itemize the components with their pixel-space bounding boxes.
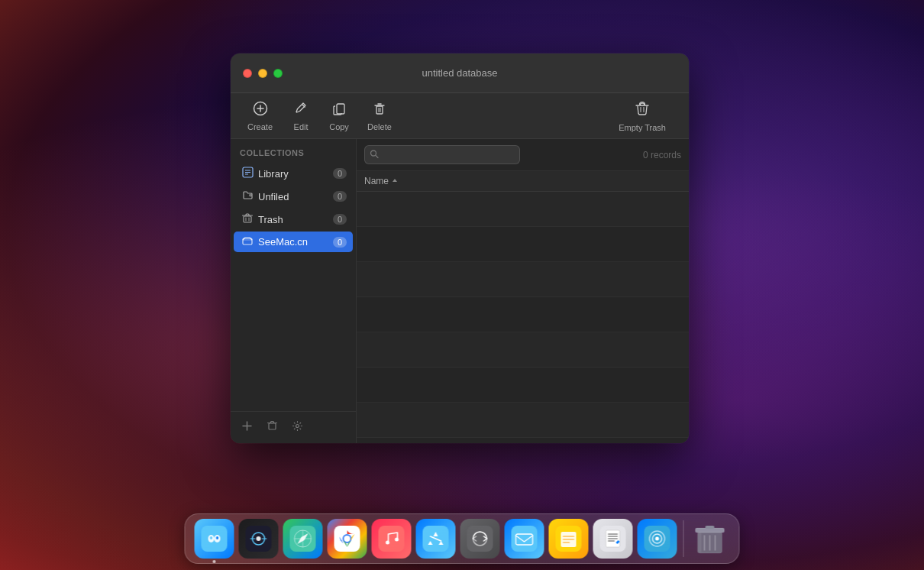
library-count: 0	[333, 168, 347, 179]
records-count: 0 records	[643, 150, 681, 160]
svg-rect-22	[243, 238, 252, 245]
svg-point-49	[395, 538, 399, 542]
svg-point-69	[655, 537, 659, 541]
copy-button[interactable]: Copy	[320, 96, 358, 136]
svg-rect-52	[467, 526, 493, 552]
create-button[interactable]: Create	[238, 96, 282, 136]
table-rows	[357, 192, 689, 443]
svg-rect-47	[379, 526, 405, 552]
dock-app-chrome[interactable]	[328, 519, 367, 559]
svg-rect-5	[376, 106, 383, 114]
window-title: untitled database	[422, 67, 497, 79]
svg-point-46	[344, 536, 351, 542]
svg-point-37	[257, 536, 261, 541]
dock-app-privacy[interactable]	[638, 519, 677, 559]
unfiled-label: Unfiled	[258, 191, 328, 202]
library-label: Library	[258, 168, 328, 180]
delete-button[interactable]: Delete	[358, 96, 401, 136]
trash-icon	[241, 212, 254, 226]
trash-label: Trash	[258, 214, 328, 225]
collections-header: COLLECTIONS	[231, 139, 356, 162]
seemac-icon	[241, 235, 254, 248]
maximize-button[interactable]	[273, 69, 283, 78]
add-collection-button[interactable]	[238, 418, 256, 437]
dock-app-mail[interactable]	[505, 519, 544, 559]
table-row	[357, 297, 689, 332]
seemac-label: SeeMac.cn	[258, 236, 328, 248]
traffic-lights	[243, 69, 283, 78]
toolbar: Create Edit Copy	[231, 93, 689, 139]
svg-rect-38	[250, 539, 256, 539]
records-table: Name	[357, 171, 689, 443]
edit-icon	[293, 101, 309, 120]
unfiled-count: 0	[333, 191, 347, 202]
name-column-header[interactable]: Name	[364, 176, 681, 186]
trash-count: 0	[333, 214, 347, 225]
svg-rect-53	[512, 526, 538, 552]
table-row	[357, 438, 689, 443]
dock-divider	[683, 520, 684, 557]
title-bar: untitled database	[231, 53, 689, 93]
sidebar-footer	[231, 411, 356, 443]
dock-app-migration[interactable]	[460, 519, 500, 559]
records-toolbar: 0 records	[357, 139, 689, 171]
close-button[interactable]	[243, 69, 252, 78]
copy-icon	[331, 101, 347, 120]
app-window: untitled database Create Edit	[231, 53, 689, 443]
sidebar-item-trash[interactable]: Trash 0	[234, 209, 353, 230]
svg-point-17	[249, 194, 252, 197]
remove-collection-button[interactable]	[263, 418, 281, 437]
dock	[185, 513, 740, 564]
dock-app-music[interactable]	[372, 519, 412, 559]
table-row	[357, 368, 689, 403]
svg-rect-4	[337, 104, 344, 114]
svg-point-33	[210, 536, 212, 539]
finder-running-dot	[213, 560, 216, 563]
dock-app-notes[interactable]	[549, 519, 589, 559]
settings-button[interactable]	[289, 418, 306, 437]
dock-app-trash[interactable]	[690, 519, 730, 559]
name-column-label: Name	[364, 176, 389, 186]
delete-icon	[372, 101, 387, 120]
svg-rect-39	[262, 539, 267, 539]
dock-app-safari[interactable]	[283, 519, 323, 559]
table-header: Name	[357, 171, 689, 192]
svg-point-27	[296, 425, 299, 428]
sidebar-item-seemac[interactable]: SeeMac.cn 0	[234, 232, 353, 252]
library-icon	[241, 167, 254, 180]
sidebar: COLLECTIONS Library 0	[231, 139, 357, 443]
table-row	[357, 262, 689, 297]
table-row	[357, 403, 689, 438]
svg-rect-18	[244, 216, 251, 222]
dock-app-appstore[interactable]	[416, 519, 456, 559]
svg-rect-78	[699, 533, 702, 552]
svg-rect-74	[706, 526, 715, 529]
create-label: Create	[247, 122, 273, 131]
svg-point-48	[386, 541, 389, 545]
seemac-count: 0	[333, 237, 347, 248]
sidebar-item-unfiled[interactable]: Unfiled 0	[234, 186, 353, 207]
table-row	[357, 192, 689, 227]
minimize-button[interactable]	[258, 69, 267, 78]
edit-button[interactable]: Edit	[282, 96, 320, 136]
copy-label: Copy	[329, 122, 349, 131]
records-panel: 0 records Name	[357, 139, 689, 443]
empty-trash-button[interactable]: Empty Trash	[609, 96, 675, 137]
dock-app-textedit[interactable]	[593, 519, 633, 559]
svg-rect-25	[269, 423, 276, 429]
empty-trash-icon	[634, 100, 651, 121]
create-icon	[253, 101, 268, 120]
sidebar-item-library[interactable]: Library 0	[234, 163, 353, 184]
dock-app-launchpad[interactable]	[239, 519, 279, 559]
svg-point-34	[216, 536, 218, 539]
main-content: COLLECTIONS Library 0	[231, 139, 689, 443]
delete-label: Delete	[367, 122, 392, 131]
table-row	[357, 227, 689, 262]
table-row	[357, 332, 689, 368]
sort-icon	[392, 177, 398, 186]
edit-label: Edit	[294, 122, 309, 131]
search-wrapper	[364, 145, 637, 164]
unfiled-icon	[241, 189, 254, 203]
dock-app-finder[interactable]	[195, 519, 234, 559]
search-input[interactable]	[364, 145, 520, 164]
